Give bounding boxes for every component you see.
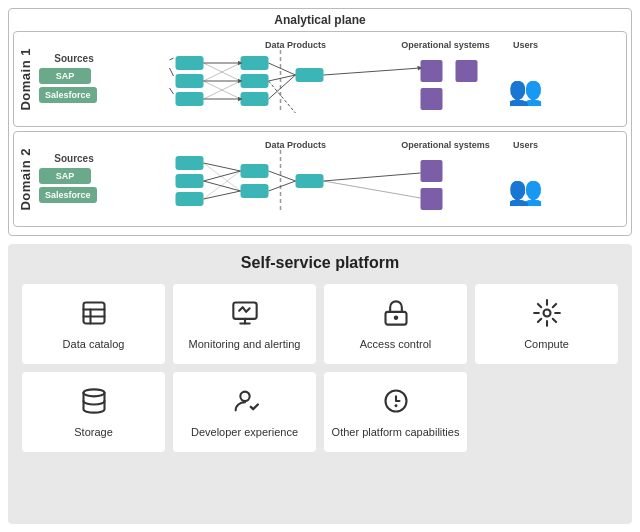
svg-rect-32 [176, 174, 204, 188]
svg-text:Operational systems: Operational systems [401, 40, 490, 50]
main-container: Analytical plane Domain 1 Sources SAP Sa… [0, 0, 640, 532]
svg-point-61 [394, 316, 396, 318]
svg-text:Users: Users [513, 40, 538, 50]
salesforce-source-1: Salesforce [39, 87, 97, 103]
access-control-label: Access control [360, 337, 432, 351]
other-platform-label: Other platform capabilities [332, 425, 460, 439]
svg-line-4 [170, 58, 174, 60]
compute-label: Compute [524, 337, 569, 351]
analytical-plane: Analytical plane Domain 1 Sources SAP Sa… [8, 8, 632, 236]
svg-line-37 [204, 171, 241, 181]
data-catalog-label: Data catalog [63, 337, 125, 351]
domain-1-svg: Data Products [109, 38, 622, 118]
self-service-platform: Self-service platform Data catalog [8, 244, 632, 524]
svg-line-21 [269, 75, 296, 99]
svg-text:Operational systems: Operational systems [401, 140, 490, 150]
data-catalog-card: Data catalog [22, 284, 165, 364]
svg-rect-43 [296, 174, 324, 188]
developer-experience-icon [231, 387, 259, 419]
svg-rect-31 [176, 156, 204, 170]
svg-line-6 [170, 88, 174, 94]
monitoring-icon [231, 299, 259, 331]
storage-label: Storage [74, 425, 113, 439]
svg-point-62 [543, 309, 550, 316]
domain-2-pipeline: Data Products [109, 138, 622, 220]
developer-experience-card: Developer experience [173, 372, 316, 452]
svg-point-63 [83, 389, 104, 396]
sources-label-2: Sources [39, 153, 109, 164]
platform-grid-row1: Data catalog Monitoring and alerting [22, 284, 618, 364]
svg-rect-2 [176, 74, 204, 88]
svg-rect-48 [421, 188, 443, 210]
svg-text:👥: 👥 [508, 174, 543, 207]
svg-rect-3 [176, 92, 204, 106]
monitoring-label: Monitoring and alerting [189, 337, 301, 351]
data-catalog-icon [80, 299, 108, 331]
svg-rect-35 [241, 184, 269, 198]
svg-line-19 [269, 63, 296, 75]
svg-rect-8 [241, 74, 269, 88]
self-service-title: Self-service platform [22, 254, 618, 272]
salesforce-source-2: Salesforce [39, 187, 97, 203]
domain-2-content: Sources SAP Salesforce Data Products [39, 138, 622, 220]
other-platform-card: Other platform capabilities [324, 372, 467, 452]
compute-icon [533, 299, 561, 331]
svg-rect-7 [241, 56, 269, 70]
platform-grid-row2: Storage Developer experience [22, 372, 618, 452]
other-platform-icon [382, 387, 410, 419]
sap-source-1: SAP [39, 68, 91, 84]
svg-rect-26 [421, 88, 443, 110]
svg-point-64 [240, 392, 249, 401]
domain-1-pipeline: Data Products [109, 38, 622, 120]
svg-line-27 [324, 68, 421, 75]
domain-2-row: Domain 2 Sources SAP Salesforce Data Pro… [13, 131, 627, 227]
access-control-card: Access control [324, 284, 467, 364]
domain-1-row: Domain 1 Sources SAP Salesforce Data Pro… [13, 31, 627, 127]
storage-card: Storage [22, 372, 165, 452]
sap-source-2: SAP [39, 168, 91, 184]
svg-text:👥: 👥 [508, 74, 543, 107]
empty-card [475, 372, 618, 452]
svg-rect-47 [421, 160, 443, 182]
svg-rect-9 [241, 92, 269, 106]
domain-2-svg: Data Products [109, 138, 622, 218]
svg-rect-53 [83, 302, 104, 323]
developer-experience-label: Developer experience [191, 425, 298, 439]
svg-rect-25 [456, 60, 478, 82]
svg-rect-34 [241, 164, 269, 178]
svg-text:Data Products: Data Products [265, 140, 326, 150]
domain-2-sources: Sources SAP Salesforce [39, 153, 109, 206]
svg-line-44 [269, 171, 296, 181]
svg-rect-18 [296, 68, 324, 82]
analytical-plane-title: Analytical plane [13, 13, 627, 27]
svg-rect-1 [176, 56, 204, 70]
domain-1-content: Sources SAP Salesforce Data Products [39, 38, 622, 120]
svg-line-22 [269, 81, 296, 113]
domain-2-label: Domain 2 [18, 148, 33, 211]
access-control-icon [382, 299, 410, 331]
sources-label-1: Sources [39, 53, 109, 64]
svg-line-50 [324, 181, 421, 198]
svg-line-49 [324, 173, 421, 181]
compute-card: Compute [475, 284, 618, 364]
svg-text:Data Products: Data Products [265, 40, 326, 50]
svg-rect-24 [421, 60, 443, 82]
domain-1-sources: Sources SAP Salesforce [39, 53, 109, 106]
svg-text:Users: Users [513, 140, 538, 150]
monitoring-card: Monitoring and alerting [173, 284, 316, 364]
domain-1-label: Domain 1 [18, 48, 33, 111]
svg-rect-33 [176, 192, 204, 206]
storage-icon [80, 387, 108, 419]
svg-line-38 [204, 181, 241, 191]
svg-line-45 [269, 181, 296, 191]
svg-line-5 [170, 68, 174, 76]
